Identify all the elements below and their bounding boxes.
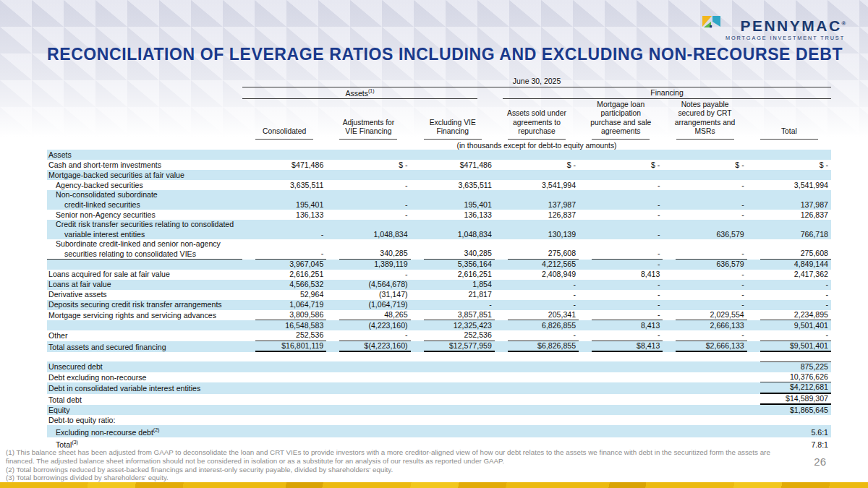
row-label-line: Non-consolidated subordinate bbox=[47, 190, 242, 200]
cell-value: 126,837 bbox=[508, 210, 579, 221]
cell-value: 4,566,532 bbox=[255, 280, 326, 290]
cell-value: - bbox=[255, 249, 326, 260]
table-row: Mortgage servicing rights and servicing … bbox=[47, 310, 831, 321]
cell-value: $8,413 bbox=[592, 341, 663, 353]
cell-value: 137,987 bbox=[508, 200, 579, 210]
column-header-line: purchase and sale bbox=[590, 119, 651, 128]
cell-value: $471,486 bbox=[424, 160, 495, 171]
column-header: Excluding VIEFinancing bbox=[411, 119, 495, 140]
column-header-line: Total bbox=[781, 127, 797, 137]
cell: 1,389,119 bbox=[326, 260, 410, 270]
column-header-line: Financing bbox=[436, 127, 469, 137]
cell bbox=[495, 150, 579, 160]
cell bbox=[747, 415, 831, 425]
cell: - bbox=[326, 190, 410, 210]
column-header-line: Consolidated bbox=[263, 127, 306, 137]
row-label-line: credit-linked securities bbox=[47, 200, 242, 210]
cell-value: 12,325,423 bbox=[424, 321, 495, 331]
cell: 205,341 bbox=[495, 310, 579, 321]
row-label-line: securities relating to consolidated VIEs bbox=[47, 249, 242, 260]
cell-value: 130,139 bbox=[508, 230, 579, 240]
cell-value: 2,417,362 bbox=[760, 270, 831, 280]
row-label-line: Deposits securing credit risk transfer a… bbox=[47, 300, 242, 310]
row-label: Equity bbox=[47, 405, 242, 415]
row-label: Subordinate credit-linked and senior non… bbox=[47, 239, 242, 260]
cell-value: 1,854 bbox=[424, 280, 495, 290]
cell: (31,147) bbox=[326, 290, 410, 300]
row-label: Agency-backed securities bbox=[47, 180, 242, 190]
cell: $ - bbox=[326, 160, 410, 170]
cell: 2,029,554 bbox=[663, 310, 746, 321]
cell: - bbox=[579, 280, 663, 290]
cell-value: 136,133 bbox=[255, 210, 326, 221]
cell-value: - bbox=[592, 310, 663, 321]
logo-text: PENNYMAC® MORTGAGE INVESTMENT TRUST bbox=[726, 16, 848, 41]
cell bbox=[495, 372, 579, 383]
cell: 4,212,565 bbox=[495, 260, 579, 270]
cell bbox=[242, 361, 326, 372]
cell-value: - bbox=[592, 210, 663, 221]
cell-value: - bbox=[255, 230, 326, 240]
cell: 2,616,251 bbox=[411, 270, 495, 280]
row-label-line: Debt excluding non-recourse bbox=[47, 373, 242, 383]
cell-value: 340,285 bbox=[339, 249, 410, 260]
cell-value: - bbox=[592, 181, 663, 191]
cell-value: 5,356,164 bbox=[424, 260, 495, 270]
cell-value: 1,048,834 bbox=[424, 230, 495, 240]
cell bbox=[663, 425, 746, 437]
row-label-line: Agency-backed securities bbox=[47, 181, 242, 191]
cell-value: $ - bbox=[508, 160, 579, 171]
column-header-rule bbox=[508, 139, 566, 140]
cell-value: 16,548,583 bbox=[255, 321, 326, 331]
table-row: Debt in consolidated variable interest e… bbox=[47, 382, 831, 394]
row-label-line: Credit risk transfer securities relating… bbox=[47, 220, 242, 230]
cell bbox=[326, 150, 410, 160]
pennymac-logo-icon bbox=[702, 16, 720, 33]
row-label-line: Equity bbox=[47, 406, 242, 416]
cell-value: $12,577,959 bbox=[424, 341, 495, 353]
cell: $8,413 bbox=[579, 341, 663, 353]
cell bbox=[242, 382, 326, 394]
table-row: Subordinate credit-linked and senior non… bbox=[47, 239, 831, 260]
cell: 3,635,511 bbox=[242, 180, 326, 190]
cell-value: 2,616,251 bbox=[424, 270, 495, 280]
cell-value: 252,536 bbox=[424, 330, 495, 341]
cell-value: - bbox=[592, 249, 663, 260]
cell: 3,809,586 bbox=[242, 310, 326, 321]
cell-value: 2,234,895 bbox=[760, 310, 831, 321]
cell: - bbox=[579, 300, 663, 310]
cell: 48,265 bbox=[326, 310, 410, 321]
cell: - bbox=[495, 330, 579, 341]
cell-value: 137,987 bbox=[760, 200, 831, 210]
footnote-ref: (3) bbox=[72, 440, 78, 445]
cell-value: - bbox=[676, 181, 746, 191]
cell: - bbox=[747, 290, 831, 300]
cell: 4,849,144 bbox=[747, 260, 831, 270]
cell-value: 1,389,119 bbox=[339, 260, 410, 270]
cell-value: - bbox=[339, 210, 410, 221]
cell: - bbox=[663, 330, 746, 341]
row-label-line: Debt-to equity ratio: bbox=[47, 416, 242, 426]
cell-value: - bbox=[592, 330, 663, 341]
cell bbox=[411, 415, 495, 425]
cell: 636,579 bbox=[663, 220, 746, 239]
cell bbox=[495, 170, 579, 180]
cell: 3,541,994 bbox=[495, 180, 579, 190]
date-header: June 30, 2025 bbox=[242, 77, 831, 87]
cell bbox=[326, 394, 410, 406]
table-row: Other252,536-252,536---- bbox=[47, 330, 831, 341]
row-label-line: variable interest entities bbox=[47, 230, 242, 240]
column-header: Mortgage loanparticipationpurchase and s… bbox=[579, 100, 663, 140]
cell: 52,964 bbox=[242, 290, 326, 300]
logo-brand: PENNYMAC® bbox=[740, 16, 848, 34]
cell bbox=[663, 415, 746, 425]
column-header-rule bbox=[760, 139, 818, 140]
row-label: Loans at fair value bbox=[47, 280, 242, 290]
cell-value: - bbox=[592, 200, 663, 210]
cell-value: - bbox=[339, 181, 410, 191]
cell-value: $2,666,133 bbox=[676, 341, 746, 353]
footnote-ref: (2) bbox=[153, 427, 160, 432]
cell-value: - bbox=[508, 300, 579, 310]
cell bbox=[495, 382, 579, 394]
row-label-line: Mortgage-backed securities at fair value bbox=[47, 171, 242, 181]
